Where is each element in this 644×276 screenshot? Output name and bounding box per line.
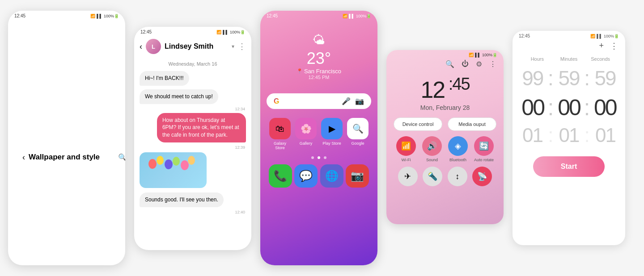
dock-messages[interactable]: 💬 xyxy=(294,164,318,188)
dot-3 xyxy=(324,156,326,159)
search-icon-lock[interactable]: 🔍 xyxy=(445,60,454,68)
timer-bot-s: 01 xyxy=(595,124,615,146)
camera-icon[interactable]: 📷 xyxy=(355,97,364,105)
dot-2 xyxy=(318,156,320,159)
colon-main-1: : xyxy=(548,95,554,121)
status-bar-4: 📶 ▌▌ 100%🔋 xyxy=(386,50,504,58)
status-bar-5: 12:45 📶 ▌▌ 100%🔋 xyxy=(513,31,625,39)
rotate-label: Auto rotate xyxy=(474,158,494,162)
arrows-circle: ↕ xyxy=(448,167,467,186)
battery-icon-3: 100%🔋 xyxy=(356,14,371,18)
quick-sound[interactable]: 🔊 Sound xyxy=(421,136,443,162)
quick-airplane[interactable]: ✈ xyxy=(398,167,418,186)
timer-bot-h: 01 xyxy=(522,124,542,146)
bubble-1: Hi~! I'm BACK!!! xyxy=(140,71,189,86)
airplane-circle: ✈ xyxy=(398,167,418,186)
more-icon-timer[interactable]: ⋮ xyxy=(610,41,618,51)
quick-radio[interactable]: 📡 xyxy=(472,167,492,186)
battery-icon: 100%🔋 xyxy=(104,14,119,18)
wifi-icon-3: 📶 xyxy=(343,14,347,18)
quick-icons: 📶 Wi-Fi 🔊 Sound ◈ Bluetooth 🔄 Auto rotat… xyxy=(386,136,504,167)
lock-time-colon: :45 xyxy=(445,75,469,93)
timer-top-row: 99 : 59 : 59 xyxy=(513,63,625,93)
lock-controls: 🔍 ⏻ ⚙ ⋮ xyxy=(386,58,504,70)
timer-top-m: 59 xyxy=(558,66,579,90)
app-play-store[interactable]: ▶ Play Store xyxy=(321,118,343,150)
signal-icon-5: ▌▌ xyxy=(597,34,602,38)
lock-date: Mon, February 28 xyxy=(386,104,504,117)
search-icon[interactable]: 🔍 xyxy=(118,153,125,162)
more-icon-lock[interactable]: ⋮ xyxy=(489,60,496,68)
timer-screen: 12:45 📶 ▌▌ 100%🔋 + ⋮ Hours Minutes Secon… xyxy=(513,31,625,245)
time-1: 12:45 xyxy=(14,13,25,18)
status-icons-5: 📶 ▌▌ 100%🔋 xyxy=(590,34,619,38)
timer-main-m: 00 xyxy=(558,95,580,121)
dot-1 xyxy=(311,156,314,159)
message-header: ‹ L Lindsey Smith ▾ ⋮ xyxy=(134,35,251,58)
app-google[interactable]: 🔍 Google xyxy=(347,118,369,150)
start-button[interactable]: Start xyxy=(533,156,605,177)
dock-browser[interactable]: 🌐 xyxy=(320,164,343,188)
tab-media-output[interactable]: Media ouput xyxy=(448,117,496,131)
app-grid: 🛍 Galaxy Store 🌸 Gallery ▶ Play Store 🔍 … xyxy=(260,113,377,155)
quick-bluetooth[interactable]: ◈ Bluetooth xyxy=(447,136,469,162)
dock-phone[interactable]: 📞 xyxy=(269,164,292,188)
quick-arrows[interactable]: ↕ xyxy=(448,167,467,186)
time-3: 12:45 xyxy=(267,13,278,18)
play-store-icon: ▶ xyxy=(321,118,343,139)
search-bar-icons: 🎤 📷 xyxy=(342,97,364,105)
status-bar-3: 12:45 📶 ▌▌ 100%🔋 xyxy=(260,11,377,19)
app-label-2: Gallery xyxy=(300,141,313,146)
status-icons-3: 📶 ▌▌ 100%🔋 xyxy=(343,14,371,18)
home-screen: 12:45 📶 ▌▌ 100%🔋 🌤 23° 📍 San Francisco 1… xyxy=(260,11,377,265)
page-title: Wallpaper and style xyxy=(29,153,114,162)
timer-main-row: 00 : 00 : 00 xyxy=(513,93,625,122)
time-stamp-3: 12:40 xyxy=(134,210,245,214)
colon-top-2: : xyxy=(584,66,590,90)
bubble-3: How about on Thursday at 6PM? If you are… xyxy=(157,113,246,142)
bubble-2: We should meet to catch up! xyxy=(140,89,218,104)
battery-icon-5: 100%🔋 xyxy=(604,34,619,38)
app-galaxy-store[interactable]: 🛍 Galaxy Store xyxy=(269,118,291,150)
power-icon[interactable]: ⏻ xyxy=(462,60,469,68)
tab-device-control[interactable]: Device control xyxy=(394,117,442,131)
contact-name: Lindsey Smith xyxy=(165,42,228,50)
app-label-3: Play Store xyxy=(322,141,341,146)
timer-header: + ⋮ xyxy=(513,39,625,54)
rotate-circle: 🔄 xyxy=(474,136,494,156)
sound-circle: 🔊 xyxy=(422,136,442,156)
back-icon-msg[interactable]: ‹ xyxy=(140,42,142,51)
status-icons-1: 📶 ▌▌ 100%🔋 xyxy=(90,14,119,18)
status-bar-2: 12:45 📶 ▌▌ 100%🔋 xyxy=(134,27,251,35)
radio-circle: 📡 xyxy=(472,167,492,186)
colon-main-2: : xyxy=(584,95,590,121)
tabs-row: Device control Media ouput xyxy=(386,117,504,136)
weather-time: 12:45 PM xyxy=(260,75,377,80)
mic-icon[interactable]: 🎤 xyxy=(342,97,351,105)
search-bar[interactable]: G 🎤 📷 xyxy=(267,93,371,109)
weather-icon: 🌤 xyxy=(260,33,377,47)
status-bar-1: 12:45 📶 ▌▌ 100%🔋 xyxy=(8,11,125,19)
quick-rotate[interactable]: 🔄 Auto rotate xyxy=(473,136,495,162)
quick-flashlight[interactable]: 🔦 xyxy=(423,167,442,186)
quick-wifi[interactable]: 📶 Wi-Fi xyxy=(395,136,417,162)
signal-icon-3: ▌▌ xyxy=(349,14,355,18)
dock-camera[interactable]: 📷 xyxy=(346,164,369,188)
app-gallery[interactable]: 🌸 Gallery xyxy=(295,118,317,150)
bt-circle: ◈ xyxy=(448,136,468,156)
bt-label: Bluetooth xyxy=(449,158,466,162)
message-body: Wednesday, March 16 Hi~! I'm BACK!!! We … xyxy=(134,58,251,214)
back-icon[interactable]: ‹ xyxy=(22,153,25,162)
messages-screen: 12:45 📶 ▌▌ 100%🔋 ‹ L Lindsey Smith ▾ ⋮ W… xyxy=(134,27,251,250)
wallpaper-header: ‹ Wallpaper and style 🔍 xyxy=(16,30,125,265)
wifi-icon-2: 📶 xyxy=(216,30,221,34)
timer-bottom-row: 01 : 01 : 01 xyxy=(513,122,625,148)
weather-temp: 23° xyxy=(260,49,377,68)
add-icon[interactable]: + xyxy=(599,41,604,51)
quick-icons-row2: ✈ 🔦 ↕ 📡 xyxy=(386,167,504,191)
more-icon[interactable]: ⋮ xyxy=(238,42,246,51)
signal-icon: ▌▌ xyxy=(97,14,102,18)
colon-bot-1: : xyxy=(548,124,553,146)
timer-bot-m: 01 xyxy=(559,124,579,146)
settings-icon[interactable]: ⚙ xyxy=(476,60,482,68)
